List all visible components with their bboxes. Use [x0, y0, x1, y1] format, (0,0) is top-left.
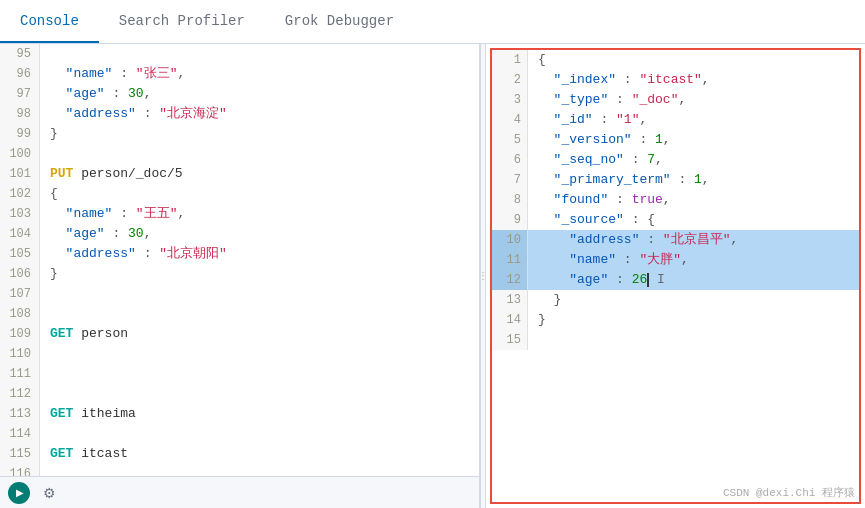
response-area[interactable]: 1{2 "_index" : "itcast",3 "_type" : "_do…: [492, 50, 859, 502]
json-content: "_source" : {: [528, 210, 655, 230]
tab-grok-debugger-label: Grok Debugger: [285, 13, 394, 29]
response-line: 11 "name" : "大胖",: [492, 250, 859, 270]
line-content: }: [40, 124, 58, 144]
json-content: "_primary_term" : 1,: [528, 170, 710, 190]
line-number: 101: [0, 164, 40, 184]
line-number: 106: [0, 264, 40, 284]
line-content: "name" : "王五",: [40, 204, 185, 224]
editor-line: 104 "age" : 30,: [0, 224, 479, 244]
response-line: 15: [492, 330, 859, 350]
json-content: {: [528, 50, 546, 70]
editor-line: 114: [0, 424, 479, 444]
response-line: 6 "_seq_no" : 7,: [492, 150, 859, 170]
tab-console-label: Console: [20, 13, 79, 29]
json-content: "address" : "北京昌平",: [528, 230, 738, 250]
response-line: 10 "address" : "北京昌平",: [492, 230, 859, 250]
settings-button[interactable]: ⚙: [38, 482, 60, 504]
run-button[interactable]: [8, 482, 30, 504]
line-number: 97: [0, 84, 40, 104]
response-line: 12 "age" : 26 I: [492, 270, 859, 290]
line-content: [40, 344, 50, 364]
json-content: "found" : true,: [528, 190, 671, 210]
json-line-number: 7: [492, 170, 528, 190]
line-number: 104: [0, 224, 40, 244]
line-content: GET person: [40, 324, 128, 344]
editor-line: 109GET person: [0, 324, 479, 344]
line-number: 115: [0, 444, 40, 464]
code-lines: 9596 "name" : "张三",97 "age" : 30,98 "add…: [0, 44, 479, 476]
tab-search-profiler-label: Search Profiler: [119, 13, 245, 29]
line-content: "name" : "张三",: [40, 64, 185, 84]
right-panel: 1{2 "_index" : "itcast",3 "_type" : "_do…: [490, 48, 861, 504]
line-content: "address" : "北京朝阳": [40, 244, 227, 264]
json-line-number: 13: [492, 290, 528, 310]
json-line-number: 2: [492, 70, 528, 90]
line-content: [40, 44, 50, 64]
json-content: }: [528, 290, 561, 310]
json-content: "_index" : "itcast",: [528, 70, 710, 90]
editor-line: 98 "address" : "北京海淀": [0, 104, 479, 124]
json-line-number: 3: [492, 90, 528, 110]
line-content: GET itheima: [40, 404, 136, 424]
json-line-number: 10: [492, 230, 528, 250]
tab-bar: Console Search Profiler Grok Debugger: [0, 0, 865, 44]
editor-area[interactable]: 9596 "name" : "张三",97 "age" : 30,98 "add…: [0, 44, 479, 476]
json-content: [528, 330, 538, 350]
json-content: "_type" : "_doc",: [528, 90, 686, 110]
json-content: "_seq_no" : 7,: [528, 150, 663, 170]
json-line-number: 15: [492, 330, 528, 350]
line-number: 110: [0, 344, 40, 364]
line-number: 99: [0, 124, 40, 144]
line-content: [40, 364, 50, 384]
response-line: 2 "_index" : "itcast",: [492, 70, 859, 90]
line-content: GET itcast: [40, 444, 128, 464]
response-line: 1{: [492, 50, 859, 70]
line-content: [40, 284, 50, 304]
editor-line: 111: [0, 364, 479, 384]
editor-line: 110: [0, 344, 479, 364]
response-line: 13 }: [492, 290, 859, 310]
response-line: 3 "_type" : "_doc",: [492, 90, 859, 110]
main-content: 9596 "name" : "张三",97 "age" : 30,98 "add…: [0, 44, 865, 508]
response-line: 14}: [492, 310, 859, 330]
response-line: 8 "found" : true,: [492, 190, 859, 210]
line-content: PUT person/_doc/5: [40, 164, 183, 184]
panel-divider[interactable]: ⋮: [480, 44, 486, 508]
line-number: 116: [0, 464, 40, 476]
editor-line: 102{: [0, 184, 479, 204]
response-line: 9 "_source" : {: [492, 210, 859, 230]
json-line-number: 6: [492, 150, 528, 170]
line-number: 114: [0, 424, 40, 444]
line-number: 95: [0, 44, 40, 64]
json-line-number: 9: [492, 210, 528, 230]
line-content: "address" : "北京海淀": [40, 104, 227, 124]
response-line: 4 "_id" : "1",: [492, 110, 859, 130]
line-content: [40, 424, 50, 444]
editor-line: 107: [0, 284, 479, 304]
tab-grok-debugger[interactable]: Grok Debugger: [265, 0, 414, 43]
editor-line: 101PUT person/_doc/5: [0, 164, 479, 184]
line-number: 105: [0, 244, 40, 264]
line-number: 111: [0, 364, 40, 384]
editor-line: 116: [0, 464, 479, 476]
line-number: 113: [0, 404, 40, 424]
editor-line: 106}: [0, 264, 479, 284]
json-line-number: 11: [492, 250, 528, 270]
line-content: [40, 144, 50, 164]
json-content: "age" : 26 I: [528, 270, 665, 290]
line-content: "age" : 30,: [40, 84, 151, 104]
line-content: }: [40, 264, 58, 284]
json-line-number: 14: [492, 310, 528, 330]
line-number: 103: [0, 204, 40, 224]
editor-line: 113GET itheima: [0, 404, 479, 424]
line-number: 102: [0, 184, 40, 204]
json-line-number: 12: [492, 270, 528, 290]
editor-line: 112: [0, 384, 479, 404]
json-line-number: 8: [492, 190, 528, 210]
tab-search-profiler[interactable]: Search Profiler: [99, 0, 265, 43]
json-content: "_id" : "1",: [528, 110, 647, 130]
json-line-number: 1: [492, 50, 528, 70]
tab-console[interactable]: Console: [0, 0, 99, 43]
editor-line: 95: [0, 44, 479, 64]
response-line: 5 "_version" : 1,: [492, 130, 859, 150]
